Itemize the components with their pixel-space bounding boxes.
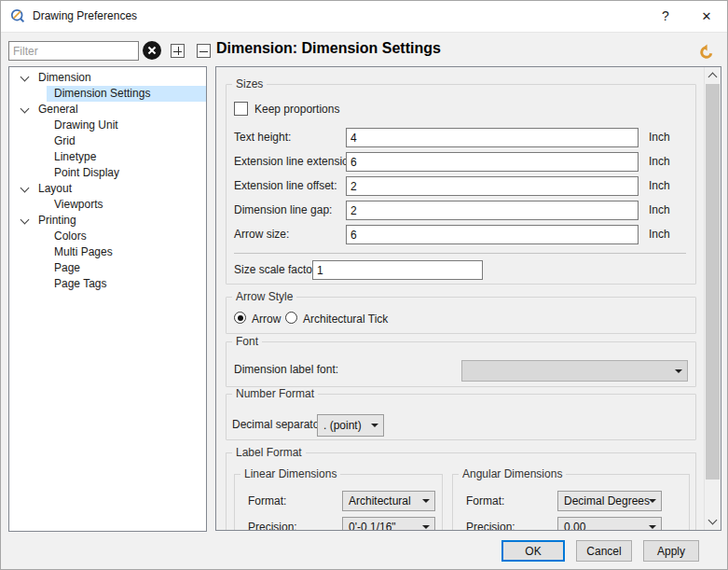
text-height-unit: Inch bbox=[649, 131, 670, 144]
dim-line-gap-label: Dimension line gap: bbox=[234, 203, 332, 216]
text-height-label: Text height: bbox=[234, 131, 291, 144]
help-icon: ? bbox=[662, 8, 669, 23]
arrow-radio[interactable] bbox=[234, 312, 246, 324]
angular-dimensions-group: Angular Dimensions Format: Decimal Degre… bbox=[452, 474, 690, 531]
app-icon bbox=[10, 8, 25, 23]
tree-item-layout[interactable]: Layout bbox=[9, 181, 206, 197]
number-format-group: Number Format Decimal separator: . (poin… bbox=[226, 394, 696, 440]
text-height-input[interactable] bbox=[346, 128, 639, 147]
apply-button[interactable]: Apply bbox=[643, 540, 699, 562]
size-scale-factor-label: Size scale factor: bbox=[234, 263, 319, 276]
ext-line-offset-input[interactable] bbox=[346, 176, 639, 196]
tree-item-page[interactable]: Page bbox=[9, 260, 206, 276]
preferences-tree: Dimension Dimension Settings General Dra… bbox=[8, 66, 207, 532]
linear-precision-select[interactable]: 0'-0 1/16" bbox=[342, 517, 435, 531]
arrow-style-group-label: Arrow Style bbox=[232, 290, 296, 303]
linear-precision-label: Precision: bbox=[248, 521, 297, 531]
chevron-down-icon bbox=[371, 424, 378, 427]
ext-line-extension-unit: Inch bbox=[649, 155, 670, 168]
chevron-down-icon[interactable] bbox=[21, 184, 30, 193]
filter-input[interactable] bbox=[8, 41, 139, 61]
scroll-down-icon[interactable] bbox=[708, 516, 718, 525]
tree-item-multi-pages[interactable]: Multi Pages bbox=[9, 244, 206, 260]
keep-proportions-label: Keep proportions bbox=[254, 103, 339, 116]
tree-item-colors[interactable]: Colors bbox=[9, 229, 206, 244]
settings-panel: Sizes Keep proportions Text height: Inch… bbox=[215, 66, 721, 531]
architectural-tick-radio[interactable] bbox=[285, 312, 297, 324]
collapse-all-icon[interactable] bbox=[197, 44, 211, 58]
tree-item-viewports[interactable]: Viewports bbox=[9, 197, 206, 213]
chevron-down-icon bbox=[422, 525, 430, 529]
scroll-up-icon[interactable] bbox=[708, 73, 718, 82]
chevron-down-icon[interactable] bbox=[21, 73, 30, 82]
ext-line-offset-label: Extension line offset: bbox=[234, 179, 337, 192]
clear-filter-icon[interactable] bbox=[143, 41, 161, 60]
linear-format-select[interactable]: Architectural bbox=[342, 491, 435, 511]
arrow-size-label: Arrow size: bbox=[234, 228, 289, 241]
number-format-group-label: Number Format bbox=[232, 387, 318, 400]
window-title: Drawing Preferences bbox=[33, 9, 137, 22]
tree-item-page-tags[interactable]: Page Tags bbox=[9, 276, 206, 292]
linear-dimensions-group: Linear Dimensions Format: Architectural … bbox=[234, 474, 443, 531]
decimal-separator-value: . (point) bbox=[323, 419, 362, 432]
chevron-down-icon bbox=[649, 525, 656, 529]
angular-precision-label: Precision: bbox=[466, 521, 515, 531]
scrollbar-thumb[interactable] bbox=[706, 84, 720, 480]
ext-line-offset-unit: Inch bbox=[649, 179, 670, 192]
decimal-separator-label: Decimal separator: bbox=[232, 418, 326, 431]
tree-item-dimension[interactable]: Dimension bbox=[9, 70, 206, 86]
angular-dimensions-group-label: Angular Dimensions bbox=[459, 467, 566, 480]
chevron-down-icon bbox=[675, 369, 682, 373]
tree-item-printing[interactable]: Printing bbox=[9, 213, 206, 229]
ext-line-extension-label: Extension line extension: bbox=[234, 155, 358, 168]
tree-item-drawing-unit[interactable]: Drawing Unit bbox=[9, 118, 206, 133]
dim-line-gap-input[interactable] bbox=[346, 201, 639, 220]
arrow-radio-label: Arrow bbox=[252, 313, 281, 326]
vertical-scrollbar[interactable] bbox=[704, 67, 721, 530]
close-icon: ✕ bbox=[702, 9, 712, 23]
revert-icon[interactable] bbox=[698, 44, 715, 61]
keep-proportions-checkbox[interactable] bbox=[234, 102, 248, 116]
linear-dimensions-group-label: Linear Dimensions bbox=[240, 467, 340, 480]
architectural-tick-radio-label: Architectural Tick bbox=[303, 313, 388, 326]
arrow-size-unit: Inch bbox=[649, 228, 670, 241]
linear-format-label: Format: bbox=[248, 494, 286, 507]
chevron-down-icon bbox=[422, 499, 430, 503]
tree-item-linetype[interactable]: Linetype bbox=[9, 149, 206, 165]
tree-item-point-display[interactable]: Point Display bbox=[9, 165, 206, 181]
ok-button[interactable]: OK bbox=[501, 540, 565, 562]
linear-format-value: Architectural bbox=[349, 494, 411, 507]
divider bbox=[234, 253, 686, 254]
arrow-size-input[interactable] bbox=[346, 225, 639, 244]
expand-all-icon[interactable] bbox=[171, 44, 185, 58]
angular-format-select[interactable]: Decimal Degrees bbox=[557, 491, 662, 511]
arrow-style-group: Arrow Style Arrow Architectural Tick bbox=[226, 297, 696, 334]
dimension-label-font-label: Dimension label font: bbox=[234, 363, 338, 376]
ext-line-extension-input[interactable] bbox=[346, 152, 639, 172]
sizes-group: Sizes Keep proportions Text height: Inch… bbox=[226, 84, 696, 285]
tree-item-grid[interactable]: Grid bbox=[9, 133, 206, 149]
help-button[interactable]: ? bbox=[645, 1, 686, 31]
dim-line-gap-unit: Inch bbox=[649, 203, 670, 216]
label-format-group: Label Format Linear Dimensions Format: A… bbox=[226, 452, 696, 531]
dimension-label-font-select[interactable] bbox=[461, 360, 688, 382]
chevron-down-icon bbox=[649, 499, 656, 503]
angular-precision-select[interactable]: 0.00 bbox=[557, 517, 662, 531]
size-scale-factor-input[interactable] bbox=[312, 260, 483, 280]
font-group-label: Font bbox=[232, 335, 262, 348]
angular-format-label: Format: bbox=[466, 494, 504, 507]
tree-item-dimension-settings[interactable]: Dimension Settings bbox=[9, 86, 206, 102]
tree-item-general[interactable]: General bbox=[9, 102, 206, 118]
angular-format-value: Decimal Degrees bbox=[564, 494, 650, 507]
page-title: Dimension: Dimension Settings bbox=[216, 40, 441, 57]
sizes-group-label: Sizes bbox=[232, 77, 267, 90]
angular-precision-value: 0.00 bbox=[564, 521, 585, 531]
label-format-group-label: Label Format bbox=[232, 446, 306, 459]
close-button[interactable]: ✕ bbox=[686, 1, 727, 31]
drawing-preferences-dialog: Drawing Preferences ? ✕ Dimension: Dimen… bbox=[0, 0, 728, 570]
chevron-down-icon[interactable] bbox=[21, 104, 30, 114]
cancel-button[interactable]: Cancel bbox=[576, 540, 632, 562]
chevron-down-icon[interactable] bbox=[21, 215, 30, 225]
font-group: Font Dimension label font: bbox=[226, 341, 696, 387]
decimal-separator-select[interactable]: . (point) bbox=[317, 414, 384, 437]
